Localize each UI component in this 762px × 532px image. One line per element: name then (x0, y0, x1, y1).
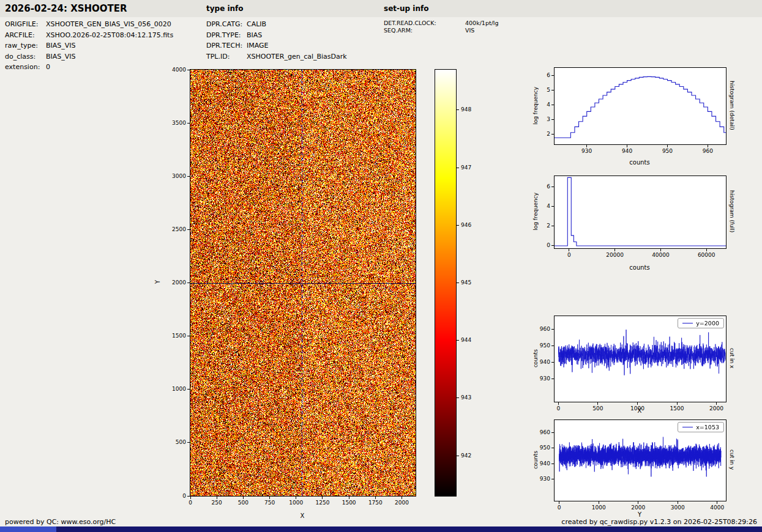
meta-row-rawtype: raw_type:BIAS_VIS (5, 40, 173, 51)
colorbar-tick-mark (457, 283, 459, 283)
file-info-block: ORIGFILE:XSHOOTER_GEN_BIAS_VIS_056_0020 … (5, 19, 173, 73)
cut-x-right-label: cut in x (728, 316, 736, 401)
footer-qc-link[interactable]: powered by QC: www.eso.org/HC (5, 518, 116, 526)
x-tick-label: 40000 (652, 252, 670, 258)
y-tick-mark (551, 432, 554, 433)
meta-label: DET.READ.CLOCK: (384, 20, 465, 27)
x-tick-mark (243, 497, 244, 499)
x-tick-mark (296, 497, 296, 499)
meta-label: do_class: (5, 51, 46, 62)
meta-row-extension: extension:0 (5, 62, 173, 73)
y-tick-mark (551, 345, 554, 346)
hist-full-xaxis-label: counts (554, 264, 725, 271)
y-tick-label: 6 (547, 72, 550, 78)
histogram-detail-canvas (555, 68, 726, 144)
bias-yaxis-label: Y (153, 69, 162, 495)
y-tick-mark (187, 229, 190, 230)
x-tick-mark (677, 402, 678, 405)
y-tick-mark (551, 75, 554, 76)
colorbar-tick-mark (457, 456, 459, 456)
type-info-heading: type info (206, 4, 244, 13)
cut-in-x-canvas (555, 316, 726, 402)
meta-value: IMAGE (247, 40, 269, 51)
meta-label: ORIGFILE: (5, 19, 46, 30)
hist-full-right-label: histogram (full) (728, 175, 736, 248)
x-tick-mark (667, 145, 668, 147)
setup-info-heading: set-up info (384, 4, 428, 13)
colorbar-tick-label: 946 (461, 222, 471, 228)
x-tick-label: 950 (662, 148, 673, 154)
y-tick-mark (187, 496, 190, 497)
y-tick-mark (551, 448, 554, 448)
y-tick-label: 3500 (172, 120, 186, 126)
header-bar: 2026-02-24: XSHOOTER type info set-up in… (0, 0, 762, 17)
x-tick-mark (559, 501, 559, 504)
x-tick-mark (586, 145, 587, 147)
y-tick-label: 0 (182, 493, 186, 499)
y-tick-mark (551, 206, 554, 207)
meta-label: raw_type: (5, 40, 46, 51)
qc-report-page: 2026-02-24: XSHOOTER type info set-up in… (0, 0, 762, 532)
y-tick-mark (187, 283, 190, 283)
x-tick-label: 1750 (368, 500, 383, 506)
meta-value: VIS (465, 27, 474, 34)
x-tick-label: 500 (238, 500, 248, 506)
bias-image-plot: 0250500750100012501500175020000500100015… (190, 69, 416, 497)
cut-x-legend: y=2000 (678, 318, 724, 328)
x-tick-mark (627, 145, 627, 147)
x-tick-label: 20000 (606, 252, 624, 258)
x-tick-label: 960 (703, 148, 713, 154)
x-tick-mark (706, 249, 707, 251)
x-tick-mark (708, 145, 708, 147)
colorbar: 948947946945944943942 (435, 69, 457, 497)
y-tick-label: 4 (547, 102, 550, 108)
meta-row-readclock: DET.READ.CLOCK:400k/1pt/lg (384, 20, 499, 27)
meta-label: ARCFILE: (5, 30, 46, 41)
y-tick-mark (551, 226, 554, 226)
meta-row-tplid: TPL.ID:XSHOOTER_gen_cal_BiasDark (206, 51, 347, 62)
meta-label: extension: (5, 62, 46, 73)
hist-full-yaxis-label: log frequency (531, 175, 540, 248)
x-tick-label: 0 (558, 504, 561, 511)
y-tick-mark (551, 134, 554, 135)
type-info-block: DPR.CATG:CALIB DPR.TYPE:BIAS DPR.TECH:IM… (206, 19, 347, 62)
x-tick-mark (322, 497, 323, 499)
cut-x-yaxis-label: counts (531, 316, 540, 401)
colorbar-tick-mark (457, 168, 459, 168)
meta-value: XSHOO.2026-02-25T08:04:12.175.fits (46, 30, 173, 41)
y-tick-mark (187, 442, 190, 443)
x-tick-mark (569, 249, 569, 251)
y-tick-mark (187, 176, 190, 177)
x-tick-label: 3000 (671, 504, 685, 511)
x-tick-label: 60000 (698, 252, 715, 258)
meta-row-dprtech: DPR.TECH:IMAGE (206, 40, 347, 51)
cut-y-legend-label: x=1053 (696, 424, 719, 430)
y-tick-label: 1000 (172, 386, 186, 392)
footer-row: powered by QC: www.eso.org/HC created by… (0, 518, 762, 526)
x-tick-mark (597, 402, 598, 405)
meta-row-doclass: do_class:BIAS_VIS (5, 51, 173, 62)
y-tick-mark (551, 187, 554, 187)
x-tick-mark (402, 497, 402, 499)
legend-line-icon (682, 427, 693, 427)
y-tick-label: 5 (547, 87, 550, 93)
cut-y-legend: x=1053 (678, 422, 724, 432)
bias-image-canvas (190, 70, 416, 496)
meta-label: DPR.TYPE: (206, 30, 247, 41)
meta-row-seqarm: SEQ.ARM:VIS (384, 27, 499, 34)
x-tick-label: 930 (581, 148, 592, 154)
footer-bar-segment (0, 526, 56, 532)
y-tick-label: 930 (540, 375, 550, 382)
y-tick-label: 4 (547, 203, 550, 209)
cut-x-legend-label: y=2000 (696, 320, 719, 327)
y-tick-mark (551, 90, 554, 91)
x-tick-label: 940 (622, 148, 632, 154)
colorbar-tick-label: 947 (461, 164, 471, 171)
meta-value: BIAS_VIS (46, 40, 76, 51)
y-tick-label: 930 (540, 476, 550, 482)
x-tick-label: 4000 (710, 504, 724, 511)
hist-detail-xaxis-label: counts (554, 159, 725, 166)
x-tick-mark (599, 501, 599, 504)
colorbar-tick-mark (457, 225, 459, 226)
y-tick-label: 1500 (172, 333, 186, 339)
